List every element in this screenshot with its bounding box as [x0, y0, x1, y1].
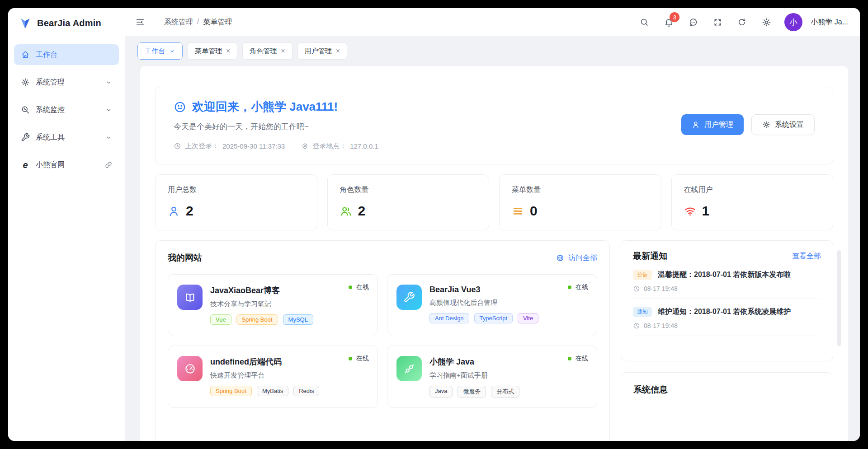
refresh-button[interactable]: [733, 13, 751, 31]
sidebar-item-system-monitor[interactable]: 系统监控: [14, 99, 119, 120]
gear-icon: [762, 121, 770, 129]
system-settings-button[interactable]: 系统设置: [751, 114, 815, 135]
notice-item[interactable]: 公告 温馨提醒：2018-07-01 若依新版本发布啦 08-17 19:48: [633, 262, 821, 299]
status-label: 在线: [576, 283, 588, 291]
tab-label: 用户管理: [305, 47, 332, 56]
stat-value: 2: [358, 203, 366, 219]
website-card-xiaoxiong-java[interactable]: 小熊学 Java 学习指南+面试手册 Java 微服务 分布式: [387, 346, 597, 408]
messages-button[interactable]: [684, 13, 702, 31]
stat-value: 0: [530, 203, 538, 219]
website-desc: 快速开发管理平台: [210, 371, 319, 380]
breadcrumb-page[interactable]: 菜单管理: [203, 18, 232, 27]
search-button[interactable]: [635, 13, 653, 31]
search-icon: [640, 18, 649, 27]
website-card-backend-code[interactable]: undefined后端代码 快速开发管理平台 Spring Boot MyBat…: [168, 346, 378, 408]
tag: Redis: [293, 386, 319, 396]
close-icon[interactable]: ×: [226, 47, 230, 55]
notifications-button[interactable]: 3: [660, 13, 678, 31]
ie-browser-icon: e: [21, 160, 30, 169]
scrollbar-thumb[interactable]: [837, 250, 841, 346]
stats-row: 用户总数 2 角色数量 2 菜单数量: [155, 174, 833, 230]
tab-workbench[interactable]: 工作台: [137, 42, 183, 60]
tab-role-management[interactable]: 角色管理 ×: [242, 42, 292, 60]
bottom-row: 我的网站 访问全部: [155, 240, 833, 441]
tab-menu-management[interactable]: 菜单管理 ×: [188, 42, 237, 60]
tab-label: 工作台: [145, 47, 165, 56]
tab-label: 菜单管理: [195, 47, 222, 56]
stat-card-menu-count: 菜单数量 0: [499, 174, 661, 230]
page-tabs: 工作台 菜单管理 × 角色管理 × 用户管理 ×: [125, 36, 860, 66]
online-dot: [349, 285, 352, 289]
right-column: 最新通知 查看全部 公告 温馨提醒：2018-07-01 若依新版本发布啦: [621, 240, 833, 441]
sidebar-item-label: 系统管理: [36, 78, 65, 87]
view-all-link[interactable]: 查看全部: [792, 252, 821, 261]
sidebar-collapse-button[interactable]: [135, 17, 145, 27]
fullscreen-button[interactable]: [708, 13, 726, 31]
stat-value: 1: [702, 203, 710, 219]
website-name: 小熊学 Java: [429, 356, 519, 367]
status-badge: 在线: [349, 355, 369, 363]
sidebar-item-label: 系统监控: [36, 105, 65, 115]
clock-icon: [633, 322, 640, 329]
chevron-down-icon: [105, 79, 112, 86]
app-window: BearJia Admin 工作台 系统管理 系统监控 系统工具: [8, 8, 860, 441]
notice-time: 08-17 19:48: [644, 285, 678, 292]
stat-label: 角色数量: [340, 185, 477, 195]
status-badge: 在线: [349, 283, 369, 291]
tag: MyBatis: [257, 386, 288, 396]
website-card-bearjia-vue3[interactable]: BearJia Vue3 高颜值现代化后台管理 Ant Design TypeS…: [387, 274, 597, 335]
user-avatar[interactable]: 小: [784, 13, 802, 31]
chevron-down-icon: [169, 48, 175, 54]
menu-fold-icon: [135, 17, 145, 27]
sidebar-item-system-management[interactable]: 系统管理: [14, 72, 119, 93]
notices-title: 最新通知: [633, 250, 667, 262]
sidebar-item-label: 系统工具: [36, 133, 65, 142]
status-badge: 在线: [568, 283, 588, 291]
sidebar-item-workbench[interactable]: 工作台: [14, 44, 119, 65]
content-panel: 欢迎回来，小熊学 Java111! 今天是个美好的一天，开始您的工作吧~ 上次登…: [140, 66, 848, 441]
close-icon[interactable]: ×: [281, 47, 285, 55]
map-pin-icon: [301, 142, 309, 150]
tag: Ant Design: [429, 313, 469, 323]
stat-card-role-count: 角色数量 2: [327, 174, 490, 230]
website-card-javaxiaobear-blog[interactable]: JavaXiaoBear博客 技术分享与学习笔记 Vue Spring Boot…: [168, 274, 378, 335]
notice-type-badge: 公告: [633, 270, 652, 280]
book-icon: [177, 285, 203, 310]
notice-item[interactable]: 通知 维护通知：2018-07-01 若依系统凌晨维护 08-17 19:48: [633, 299, 821, 336]
breadcrumb: 系统管理 / 菜单管理: [164, 18, 232, 27]
system-settings-button-label: 系统设置: [775, 120, 804, 130]
sidebar-item-official-site[interactable]: e 小熊官网: [14, 154, 119, 175]
gear-icon: [21, 78, 30, 87]
notice-type-badge: 通知: [633, 307, 652, 317]
gear-icon: [762, 18, 771, 27]
logo[interactable]: BearJia Admin: [14, 8, 119, 38]
website-name: BearJia Vue3: [429, 285, 538, 295]
settings-button[interactable]: [757, 13, 775, 31]
sidebar-item-system-tools[interactable]: 系统工具: [14, 127, 119, 148]
stat-card-online-users: 在线用户 1: [671, 174, 834, 230]
home-icon: [21, 50, 30, 59]
visit-all-link[interactable]: 访问全部: [556, 253, 597, 263]
user-icon: [168, 205, 180, 217]
chevron-down-icon: [105, 134, 112, 141]
user-display-name[interactable]: 小熊学 Ja...: [811, 18, 848, 27]
tab-user-management[interactable]: 用户管理 ×: [297, 42, 347, 60]
team-icon: [340, 205, 352, 217]
login-location: 登录地点： 127.0.0.1: [301, 142, 378, 150]
sidebar-nav: 工作台 系统管理 系统监控 系统工具 e 小熊: [14, 44, 119, 182]
user-management-button[interactable]: 用户管理: [681, 114, 744, 135]
stat-value: 2: [186, 203, 193, 219]
status-label: 在线: [356, 283, 369, 291]
last-login-label: 上次登录：: [185, 142, 219, 150]
breadcrumb-section[interactable]: 系统管理: [164, 18, 193, 27]
monitor-search-icon: [21, 105, 30, 114]
last-login-value: 2025-09-30 11:37:33: [222, 142, 285, 150]
status-badge: 在线: [568, 355, 588, 363]
clock-icon: [174, 142, 181, 150]
latest-notices-card: 最新通知 查看全部 公告 温馨提醒：2018-07-01 若依新版本发布啦: [621, 240, 833, 361]
my-websites-title: 我的网站: [168, 252, 202, 264]
topbar: 系统管理 / 菜单管理 3: [125, 8, 860, 36]
breadcrumb-separator: /: [197, 18, 199, 27]
close-icon[interactable]: ×: [336, 47, 340, 55]
welcome-info: 欢迎回来，小熊学 Java111! 今天是个美好的一天，开始您的工作吧~ 上次登…: [174, 99, 681, 150]
